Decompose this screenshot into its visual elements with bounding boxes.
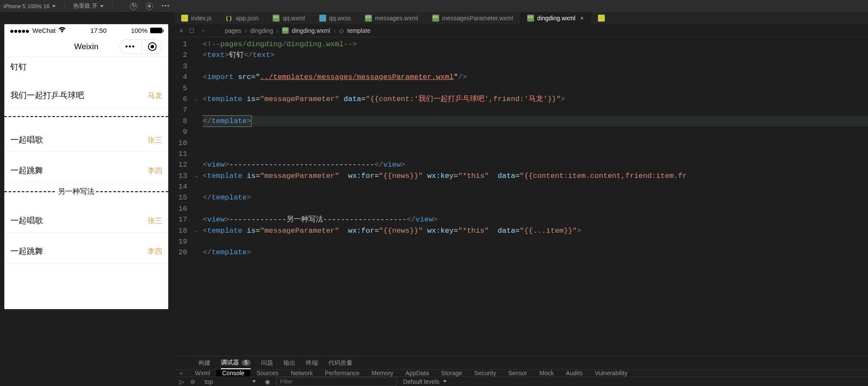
code-line[interactable]: <template is="messageParameter" wx:for="… (203, 171, 868, 181)
inspect-icon[interactable]: ⟐ (179, 370, 183, 377)
wifi-icon (58, 27, 66, 34)
code-line[interactable] (203, 83, 868, 94)
context-selector[interactable]: top (201, 378, 259, 386)
code-line[interactable]: </template> (203, 192, 868, 203)
nav-title: Weixin (74, 42, 99, 51)
eye-icon[interactable]: ◉ (265, 378, 270, 385)
code-line[interactable] (203, 149, 868, 159)
devtools-tab-console[interactable]: Console (216, 370, 250, 377)
toggle-sidebar-icon[interactable]: ▷ (179, 378, 184, 385)
wxml-file-icon (282, 27, 289, 34)
page-title: 钉钉 (4, 57, 168, 77)
json-file-icon: { } (226, 15, 233, 22)
back-icon[interactable]: ← (201, 27, 207, 34)
code-line[interactable]: <import src="../templates/messages/messa… (203, 72, 868, 82)
more-menu-icon[interactable]: ••• (162, 3, 170, 10)
code-line[interactable]: <template is="messageParameter" wx:for="… (203, 225, 868, 236)
capsule-menu[interactable]: ••• (120, 39, 162, 54)
list-icon[interactable]: ≡ (179, 27, 183, 34)
devtools-tab-sources[interactable]: Sources (250, 370, 284, 377)
fold-column[interactable]: ⌄⌄⌄ (195, 37, 203, 356)
breadcrumb-bar: ≡ ☐ ← → pages › dingding › dingding.wxml… (174, 24, 868, 37)
devtools-tab-mock[interactable]: Mock (533, 370, 560, 377)
devtools-tab-performance[interactable]: Performance (319, 370, 365, 377)
code-line[interactable] (203, 104, 868, 115)
close-icon[interactable]: × (580, 15, 584, 22)
capsule-more-icon[interactable]: ••• (125, 42, 135, 51)
code-line[interactable]: </template> (203, 247, 868, 258)
message-content: 一起唱歌 (10, 134, 43, 146)
code-line[interactable]: </template> (203, 116, 868, 127)
list-item: 一起跳舞 李四 (4, 233, 168, 263)
code-line[interactable]: <view>---------------------------------<… (203, 159, 868, 170)
editor-tab[interactable]: qq.wxml (266, 12, 312, 24)
stop-icon[interactable] (146, 3, 153, 10)
device-selector[interactable]: iPhone 5 100% 16 (3, 3, 56, 9)
devtools-tab-sensor[interactable]: Sensor (502, 370, 533, 377)
list-item: 一起唱歌 张三 (4, 202, 168, 233)
code-content[interactable]: <!--pages/dingding/dingding.wxml--><text… (203, 37, 868, 356)
devtools-tab-audits[interactable]: Audits (560, 370, 589, 377)
code-line[interactable] (203, 236, 868, 247)
refresh-icon[interactable]: ↻ (130, 3, 137, 10)
devtools-tab-vulnerability[interactable]: Vulnerability (589, 370, 634, 377)
editor-tab[interactable]: dingding.wxml× (520, 12, 591, 24)
code-line[interactable]: <text>钉钉</text> (203, 50, 868, 60)
page-content[interactable]: 钉钉 我们一起打乒乓球吧 马龙 一起唱歌 张三 一起跳舞 李四 另一 (4, 57, 168, 309)
wxml-file-icon (273, 15, 280, 22)
tab-label: messages.wxml (375, 15, 418, 22)
panel-tab-debugger[interactable]: 调试器5 (221, 359, 251, 369)
devtools-tab-network[interactable]: Network (285, 370, 319, 377)
code-line[interactable]: <view>-------------另一种写法----------------… (203, 214, 868, 225)
devtools-tab-memory[interactable]: Memory (365, 370, 399, 377)
alt-method-label: 另一种写法 (56, 187, 96, 196)
panel-tab-output[interactable]: 输出 (283, 359, 296, 369)
editor-tab[interactable]: messagesParameter.wxml (425, 12, 520, 24)
code-line[interactable] (203, 61, 868, 72)
editor-tab[interactable]: messages.wxml (358, 12, 425, 24)
breadcrumb[interactable]: pages › dingding › dingding.wxml › ◇ tem… (225, 27, 371, 34)
editor-tab[interactable]: index.js (174, 12, 219, 24)
filter-input[interactable] (276, 377, 397, 386)
devtools-tab-security[interactable]: Security (468, 370, 502, 377)
panel-tab-terminal[interactable]: 终端 (306, 359, 318, 369)
editor-tabs: index.js{ }app.jsonqq.wxmlqq.wxssmessage… (174, 12, 868, 24)
editor-tab[interactable]: { }app.json (219, 12, 266, 24)
message-friend: 张三 (148, 216, 162, 226)
clock-label: 17:50 (91, 27, 107, 34)
devtools-tabs: ⟐ WxmlConsoleSourcesNetworkPerformanceMe… (174, 369, 868, 377)
wxml-file-icon (527, 15, 534, 22)
panel-tab-build[interactable]: 构建 (198, 359, 211, 369)
capsule-close-icon[interactable] (148, 42, 157, 51)
bookmark-icon[interactable]: ☐ (189, 27, 195, 34)
battery-pct: 100% (131, 27, 148, 34)
carrier-label: WeChat (32, 27, 56, 34)
tab-label: messagesParameter.wxml (442, 15, 513, 22)
js-file-icon (181, 15, 188, 22)
devtools-tab-wxml[interactable]: Wxml (189, 370, 216, 377)
code-line[interactable] (203, 203, 868, 214)
clear-console-icon[interactable]: ⊘ (190, 378, 195, 385)
panel-tab-issues[interactable]: 问题 (261, 359, 273, 369)
editor-tab[interactable] (591, 12, 615, 24)
wxss-file-icon (319, 15, 326, 22)
forward-icon[interactable]: → (213, 27, 219, 34)
divider (64, 2, 65, 10)
code-editor[interactable]: 1234567891011121314151617181920 ⌄⌄⌄ <!--… (174, 37, 868, 356)
message-friend: 张三 (148, 135, 162, 145)
hot-reload-toggle[interactable]: 热重载 开 (73, 2, 104, 10)
line-numbers: 1234567891011121314151617181920 (174, 37, 195, 356)
log-levels-selector[interactable]: Default levels (403, 378, 446, 385)
wxml-file-icon (432, 15, 439, 22)
message-friend: 李四 (148, 247, 162, 256)
code-line[interactable]: <!--pages/dingding/dingding.wxml--> (203, 39, 868, 50)
code-line[interactable] (203, 138, 868, 149)
panel-tab-quality[interactable]: 代码质量 (328, 359, 352, 369)
code-line[interactable] (203, 181, 868, 192)
tab-label: qq.wxml (283, 15, 305, 22)
devtools-tab-appdata[interactable]: AppData (399, 370, 435, 377)
devtools-tab-storage[interactable]: Storage (435, 370, 468, 377)
code-line[interactable] (203, 127, 868, 137)
editor-tab[interactable]: qq.wxss (312, 12, 359, 24)
code-line[interactable]: <template is="messageParameter" data="{{… (203, 94, 868, 104)
